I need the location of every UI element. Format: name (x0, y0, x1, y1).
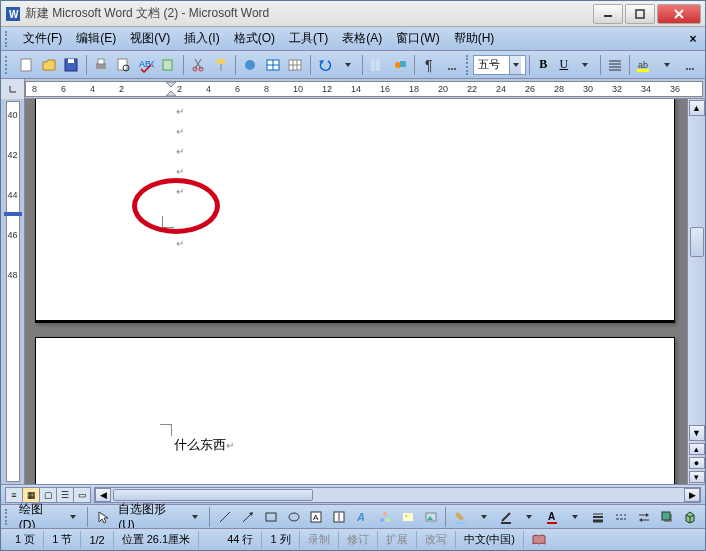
separator (86, 55, 87, 75)
prev-page-button[interactable]: ▴ (689, 443, 705, 455)
menu-tools[interactable]: 工具(T) (283, 28, 334, 49)
line-button[interactable] (214, 506, 235, 528)
scroll-thumb[interactable] (690, 227, 704, 257)
align-justify-button[interactable] (605, 54, 626, 76)
menu-window[interactable]: 窗口(W) (390, 28, 445, 49)
vertical-ruler[interactable]: 4042444648 (1, 99, 25, 484)
fill-dropdown[interactable] (473, 506, 494, 528)
menu-table[interactable]: 表格(A) (336, 28, 388, 49)
textbox-button[interactable]: A (306, 506, 327, 528)
rectangle-button[interactable] (260, 506, 281, 528)
status-language[interactable]: 中文(中国) (456, 531, 524, 549)
menu-format[interactable]: 格式(O) (228, 28, 281, 49)
highlight-button[interactable]: ab (634, 54, 655, 76)
show-formatting-button[interactable]: ¶ (419, 54, 440, 76)
body-text[interactable]: 什么东西 (174, 436, 234, 454)
split-marker[interactable] (4, 212, 22, 216)
menu-edit[interactable]: 编辑(E) (70, 28, 122, 49)
menubar-grip[interactable] (5, 31, 11, 47)
tables-borders-button[interactable] (263, 54, 284, 76)
insert-picture-button[interactable] (420, 506, 441, 528)
horizontal-ruler[interactable]: 864224681012141618202224262830323436 (25, 81, 703, 97)
autoshapes-dropdown[interactable] (185, 506, 206, 528)
next-page-button[interactable]: ▾ (689, 471, 705, 483)
open-button[interactable] (38, 54, 59, 76)
save-button[interactable] (61, 54, 82, 76)
browse-object-button[interactable]: ● (689, 457, 705, 469)
vertical-scrollbar[interactable]: ▲ ▼ ▴ ● ▾ (687, 99, 705, 484)
separator (310, 55, 311, 75)
fill-color-button[interactable] (450, 506, 471, 528)
print-button[interactable] (90, 54, 111, 76)
status-extend[interactable]: 扩展 (378, 531, 417, 549)
menu-help[interactable]: 帮助(H) (448, 28, 501, 49)
print-preview-button[interactable] (113, 54, 134, 76)
shadow-button[interactable] (656, 506, 677, 528)
undo-dropdown[interactable] (337, 54, 358, 76)
line-color-button[interactable] (496, 506, 517, 528)
status-line: 44 行 (219, 531, 262, 549)
tab-selector[interactable] (1, 79, 25, 99)
maximize-button[interactable] (625, 4, 655, 24)
menu-insert[interactable]: 插入(I) (178, 28, 225, 49)
font-color-button[interactable]: A (542, 506, 563, 528)
scroll-right-button[interactable]: ▶ (684, 488, 700, 502)
select-objects-button[interactable] (92, 506, 113, 528)
spellcheck-button[interactable]: ABC (136, 54, 157, 76)
vertical-textbox-button[interactable] (329, 506, 350, 528)
svg-rect-11 (118, 59, 127, 70)
toolbar-grip[interactable] (5, 56, 11, 74)
cut-button[interactable] (188, 54, 209, 76)
horizontal-scrollbar[interactable]: ◀ ▶ (94, 487, 701, 503)
toolbar-options-button[interactable] (441, 54, 462, 76)
reading-view-button[interactable]: ▭ (73, 487, 91, 503)
underline-button[interactable]: U (554, 54, 575, 76)
drawbar-grip[interactable] (5, 509, 11, 525)
diagram-button[interactable] (375, 506, 396, 528)
ruler-tick: 14 (351, 84, 361, 94)
highlight-dropdown[interactable] (657, 54, 678, 76)
columns-button[interactable] (367, 54, 388, 76)
3d-button[interactable] (679, 506, 700, 528)
new-button[interactable] (16, 54, 37, 76)
wordart-button[interactable]: A (352, 506, 373, 528)
underline-dropdown[interactable] (575, 54, 596, 76)
status-revision[interactable]: 修订 (339, 531, 378, 549)
indent-marker[interactable] (166, 82, 176, 96)
toolbar-options-button-2[interactable] (679, 54, 700, 76)
hscroll-thumb[interactable] (113, 489, 313, 501)
svg-point-35 (451, 68, 453, 70)
research-button[interactable] (158, 54, 179, 76)
scroll-down-button[interactable]: ▼ (689, 425, 705, 441)
oval-button[interactable] (283, 506, 304, 528)
svg-point-56 (380, 518, 384, 522)
font-size-select[interactable]: 五号 (473, 55, 526, 75)
toolbar-divider[interactable] (466, 55, 470, 75)
scroll-left-button[interactable]: ◀ (95, 488, 111, 502)
arrow-button[interactable] (237, 506, 258, 528)
clipart-button[interactable] (398, 506, 419, 528)
bold-button[interactable]: B (533, 54, 554, 76)
format-painter-button[interactable] (210, 54, 231, 76)
status-overwrite[interactable]: 改写 (417, 531, 456, 549)
menu-file[interactable]: 文件(F) (17, 28, 68, 49)
line-color-dropdown[interactable] (519, 506, 540, 528)
status-record[interactable]: 录制 (300, 531, 339, 549)
status-book-icon[interactable] (524, 531, 554, 549)
dash-style-button[interactable] (611, 506, 632, 528)
drawing-button[interactable] (389, 54, 410, 76)
line-style-button[interactable] (588, 506, 609, 528)
font-color-dropdown[interactable] (565, 506, 586, 528)
document-viewport[interactable]: 什么东西 (25, 99, 687, 484)
insert-hyperlink-button[interactable] (240, 54, 261, 76)
close-button[interactable] (657, 4, 701, 24)
minimize-button[interactable] (593, 4, 623, 24)
scroll-up-button[interactable]: ▲ (689, 100, 705, 116)
draw-dropdown[interactable] (62, 506, 83, 528)
scroll-track[interactable] (690, 117, 704, 424)
insert-table-button[interactable] (285, 54, 306, 76)
doc-close-button[interactable]: × (685, 31, 701, 47)
undo-button[interactable] (315, 54, 336, 76)
menu-view[interactable]: 视图(V) (124, 28, 176, 49)
arrow-style-button[interactable] (633, 506, 654, 528)
